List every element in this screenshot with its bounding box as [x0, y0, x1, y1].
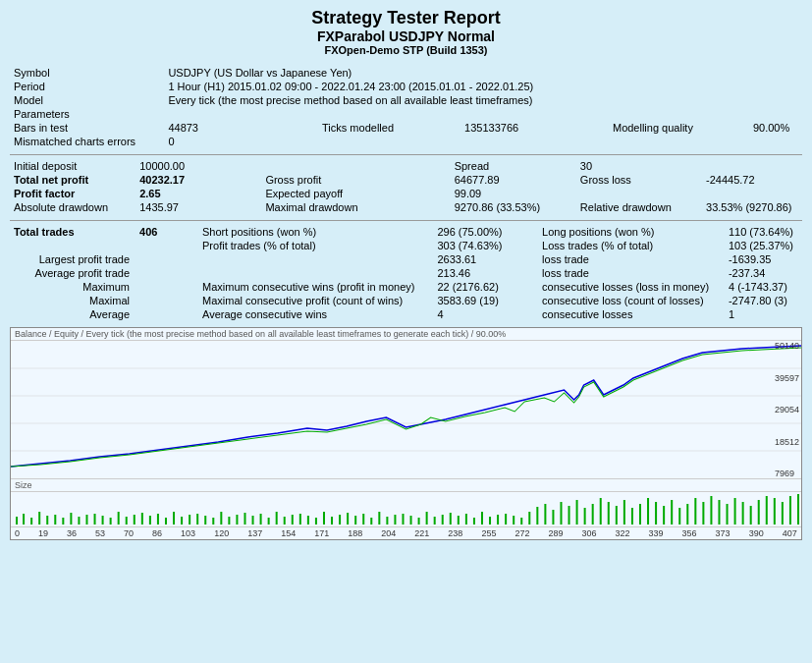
drawdown-row: Absolute drawdown 1435.97 Maximal drawdo…: [10, 200, 802, 214]
svg-rect-29: [212, 518, 214, 525]
svg-rect-93: [718, 500, 720, 525]
svg-rect-89: [686, 504, 688, 525]
period-label: Period: [10, 80, 164, 93]
svg-rect-27: [196, 514, 198, 525]
svg-rect-19: [134, 515, 135, 525]
period-value: 1 Hour (H1) 2015.01.02 09:00 - 2022.01.2…: [164, 80, 609, 93]
chart-svg-area: 50140 39597 29054 18512 7969: [11, 341, 801, 478]
chart-label: Balance / Equity / Every tick (the most …: [11, 328, 801, 341]
avg-loss-value: -237.34: [725, 266, 802, 280]
avg-consec-losses-label: consecutive losses: [538, 307, 725, 321]
maximal-profit-value: 3583.69 (19): [433, 294, 538, 307]
x-label-17: 289: [548, 528, 563, 538]
svg-rect-63: [481, 512, 483, 525]
svg-rect-43: [323, 512, 325, 525]
x-label-18: 306: [581, 528, 596, 538]
loss-trades-label: Loss trades (% of total): [538, 239, 725, 252]
x-label-24: 407: [783, 528, 797, 538]
svg-rect-41: [307, 516, 309, 525]
svg-rect-37: [276, 512, 278, 525]
max-consec-losses-value: 4 (-1743.37): [725, 280, 802, 294]
svg-rect-11: [70, 513, 72, 525]
abs-drawdown-value: 1435.97: [135, 200, 261, 214]
svg-rect-76: [584, 508, 586, 525]
svg-rect-13: [85, 515, 87, 525]
total-trades-label: Total trades: [10, 225, 135, 239]
largest-row: Largest profit trade 2633.61 loss trade …: [10, 252, 802, 266]
largest-loss-value: -1639.35: [725, 252, 802, 266]
svg-rect-8: [46, 516, 48, 525]
symbol-value: USDJPY (US Dollar vs Japanese Yen): [164, 66, 609, 80]
x-label-15: 255: [481, 528, 496, 538]
max-consec-wins-label: Maximum consecutive wins (profit in mone…: [198, 280, 433, 294]
x-label-10: 171: [314, 528, 329, 538]
svg-rect-21: [149, 516, 151, 525]
svg-rect-42: [315, 518, 317, 525]
svg-rect-85: [655, 502, 657, 525]
rel-drawdown-label: Relative drawdown: [576, 200, 702, 214]
svg-rect-78: [600, 498, 602, 525]
divider-2: [10, 220, 802, 221]
ticks-label: Ticks modelled: [283, 121, 460, 135]
net-profit-value: 40232.17: [135, 173, 261, 187]
svg-rect-6: [30, 518, 32, 525]
maximal-profit-label: Maximal consecutive profit (count of win…: [198, 294, 433, 307]
maximal-loss-value: -2747.80 (3): [725, 294, 802, 307]
svg-rect-95: [734, 498, 736, 525]
model-label: Model: [10, 93, 164, 107]
svg-rect-99: [766, 496, 768, 525]
avg-consec-row: Average Average consecutive wins 4 conse…: [10, 307, 802, 321]
svg-rect-100: [774, 498, 776, 525]
svg-rect-102: [789, 496, 791, 525]
x-axis: 0 19 36 53 70 86 103 120 137 154 171 188…: [11, 526, 801, 539]
report-build: FXOpen-Demo STP (Build 1353): [10, 44, 802, 56]
abs-drawdown-label: Absolute drawdown: [10, 200, 135, 214]
x-label-1: 19: [38, 528, 48, 538]
svg-rect-88: [678, 508, 680, 525]
balance-chart: [11, 341, 801, 478]
ticks-value: 135133766: [460, 121, 609, 135]
x-label-13: 221: [414, 528, 429, 538]
gross-loss-label: Gross loss: [576, 173, 702, 187]
svg-rect-50: [378, 512, 380, 525]
profit-trades-value: 303 (74.63%): [433, 239, 538, 252]
symbol-label: Symbol: [10, 66, 164, 80]
svg-rect-17: [118, 512, 120, 525]
financial-table: Initial deposit 10000.00 Spread 30 Total…: [10, 159, 802, 214]
svg-rect-67: [513, 516, 514, 525]
svg-rect-97: [750, 506, 752, 525]
svg-rect-69: [528, 512, 530, 525]
avg-profit-label: Average profit trade: [10, 266, 135, 280]
x-label-16: 272: [514, 528, 529, 538]
model-value: Every tick (the most precise method base…: [164, 93, 609, 107]
quality-label: Modelling quality: [609, 121, 749, 135]
divider-1: [10, 154, 802, 155]
svg-rect-74: [568, 506, 570, 525]
expected-payoff-value: 99.09: [451, 187, 576, 200]
expected-payoff-label: Expected payoff: [261, 187, 450, 200]
svg-rect-81: [623, 500, 625, 525]
total-trades-value: 406: [135, 225, 198, 239]
mismatched-row: Mismatched charts errors 0: [10, 135, 802, 148]
svg-rect-58: [442, 515, 444, 525]
svg-rect-82: [631, 508, 633, 525]
bars-value: 44873: [164, 121, 283, 135]
gross-loss-value: -24445.72: [702, 173, 802, 187]
avg-loss-label: loss trade: [538, 266, 725, 280]
trades-table: Total trades 406 Short positions (won %)…: [10, 225, 802, 321]
profit-factor-value: 2.65: [135, 187, 261, 200]
svg-rect-40: [299, 514, 301, 525]
svg-rect-86: [663, 506, 665, 525]
model-row: Model Every tick (the most precise metho…: [10, 93, 802, 107]
x-label-4: 70: [124, 528, 134, 538]
svg-rect-84: [647, 498, 649, 525]
x-label-22: 373: [716, 528, 731, 538]
svg-rect-30: [220, 512, 222, 525]
short-label: Short positions (won %): [198, 225, 433, 239]
svg-rect-94: [727, 504, 729, 525]
svg-rect-24: [173, 512, 175, 525]
x-label-19: 322: [616, 528, 630, 538]
report-subtitle: FXParabol USDJPY Normal: [10, 28, 802, 44]
x-label-23: 390: [749, 528, 764, 538]
svg-rect-15: [102, 516, 104, 525]
